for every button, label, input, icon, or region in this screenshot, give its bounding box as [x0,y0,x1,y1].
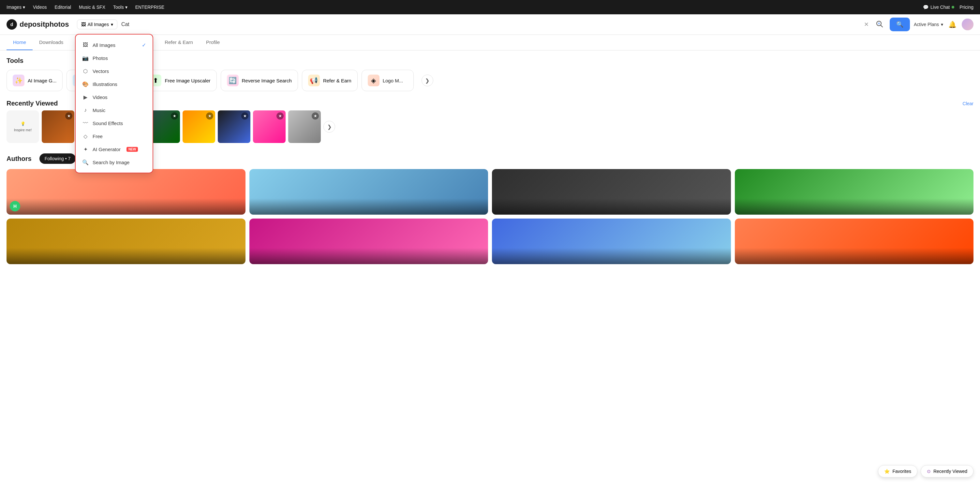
dropdown-label: Vectors [92,68,109,74]
dropdown-item-all-images[interactable]: 🖼 All Images ✓ [76,38,153,51]
card-gradient [250,198,488,215]
image-thumb[interactable]: ★ [183,110,215,143]
ai-generator-icon: ✦ [82,146,89,152]
dropdown-label: Free [92,133,103,139]
search-bar-right: Active Plans ▾ 🔔 [914,19,974,30]
tool-reverse-search[interactable]: 🔄 Reverse Image Search [221,70,298,91]
tool-label: Logo M... [383,78,403,83]
author-card[interactable] [735,169,974,215]
recently-viewed-title: Recently Viewed [6,100,58,107]
authors-title: Authors [6,155,32,162]
search-button[interactable]: 🔍 [890,17,910,31]
nav-images[interactable]: Images ▾ [6,5,25,10]
search-input[interactable] [121,22,860,27]
card-gradient [250,248,488,264]
notifications-bell[interactable]: 🔔 [948,21,956,29]
tool-upscaler[interactable]: ⬆ Free Image Upscaler [143,70,216,91]
author-card[interactable] [735,219,974,264]
tool-label: Reverse Image Search [242,78,292,83]
live-chat-button[interactable]: 💬 Live Chat [923,5,954,10]
chat-icon: 💬 [923,5,929,10]
new-badge: NEW [126,147,138,152]
author-card[interactable] [6,219,245,264]
image-thumb[interactable]: ★ [218,110,250,143]
videos-icon: ▶ [82,94,89,100]
vectors-icon: ⬡ [82,68,89,74]
top-nav-right: 💬 Live Chat Pricing [923,5,974,10]
ai-image-icon: ✨ [13,75,24,86]
free-icon: ◇ [82,133,89,140]
star-button[interactable]: ★ [171,113,178,119]
search-by-image-icon: 🔍 [82,159,89,165]
chevron-down-icon: ▾ [941,22,943,27]
check-icon: ✓ [142,42,146,48]
active-plans-button[interactable]: Active Plans ▾ [914,22,943,27]
tool-label: Free Image Upscaler [165,78,210,83]
tool-ai-image[interactable]: ✨ AI Image G... [6,70,63,91]
star-button[interactable]: ★ [206,113,213,119]
star-icon: ⭐ [884,469,890,474]
star-button[interactable]: ★ [65,113,72,119]
dropdown-item-sound-effects[interactable]: 〰 Sound Effects [76,117,153,130]
nav-tools[interactable]: Tools ▾ [113,5,127,10]
ai-search-icon[interactable] [875,20,883,29]
images-row-next[interactable]: ❯ [323,121,335,133]
star-button[interactable]: ★ [277,113,284,119]
image-thumb[interactable]: ★ [253,110,286,143]
dropdown-item-photos[interactable]: 📷 Photos [76,51,153,65]
tool-refer-earn[interactable]: 📢 Refer & Earn [302,70,358,91]
author-card[interactable] [250,219,488,264]
tab-downloads[interactable]: Downloads [33,35,70,50]
inspire-label: Inspire me! [14,128,32,132]
chevron-down-icon: ▾ [111,22,113,27]
recently-viewed-overlay-button[interactable]: ⊙ Recently Viewed [921,465,974,478]
tab-home[interactable]: Home [6,35,33,50]
music-icon: ♪ [82,107,89,113]
dropdown-item-illustrations[interactable]: 🎨 Illustrations [76,78,153,90]
logo[interactable]: d depositphotos [6,19,69,30]
image-thumb[interactable]: ★ [288,110,321,143]
top-nav: Images ▾ Videos Editorial Music & SFX To… [0,0,980,14]
image-thumb[interactable]: ★ [42,110,74,143]
user-avatar[interactable] [962,19,974,30]
tool-logo[interactable]: ◈ Logo M... [361,70,414,91]
nav-music-sfx[interactable]: Music & SFX [79,5,105,10]
search-bar: d depositphotos 🖼 All Images ▾ ✕ 🔍 Activ… [0,14,980,35]
search-type-dropdown: 🖼 All Images ✓ 📷 Photos ⬡ Vectors 🎨 Illu… [75,34,153,173]
tab-profile[interactable]: Profile [199,35,227,50]
tab-refer-earn[interactable]: Refer & Earn [158,35,199,50]
star-button[interactable]: ★ [241,113,248,119]
authors-grid: H [6,169,974,264]
live-indicator [951,6,954,8]
inspire-card[interactable]: 💡 Inspire me! [6,110,39,143]
favorites-overlay-button[interactable]: ⭐ Favorites [878,465,917,478]
history-icon: ⊙ [927,469,931,474]
tools-next-button[interactable]: ❯ [422,75,433,86]
author-card[interactable]: H [6,169,245,215]
dropdown-item-videos[interactable]: ▶ Videos [76,90,153,103]
clear-icon[interactable]: ✕ [864,21,869,28]
dropdown-item-search-by-image[interactable]: 🔍 Search by Image [76,156,153,169]
following-button[interactable]: Following • 7 [40,153,76,164]
nav-editorial[interactable]: Editorial [54,5,71,10]
dropdown-item-ai-generator[interactable]: ✦ AI Generator NEW [76,143,153,156]
sound-effects-icon: 〰 [82,120,89,126]
nav-enterprise[interactable]: ENTERPRISE [135,5,164,10]
author-card[interactable] [250,169,488,215]
nav-videos[interactable]: Videos [33,5,47,10]
author-card[interactable] [492,219,731,264]
star-button[interactable]: ★ [312,113,319,119]
search-type-selector[interactable]: 🖼 All Images ▾ [77,19,118,29]
search-type-label: All Images [88,22,109,27]
card-gradient [492,248,731,264]
pricing-button[interactable]: Pricing [959,5,974,10]
card-gradient [735,248,974,264]
inspire-icon: 💡 [21,122,25,126]
dropdown-item-free[interactable]: ◇ Free [76,130,153,143]
dropdown-item-vectors[interactable]: ⬡ Vectors [76,65,153,78]
clear-recently-viewed[interactable]: Clear [963,101,974,106]
dropdown-item-music[interactable]: ♪ Music [76,103,153,117]
card-gradient [492,198,731,215]
svg-line-1 [881,25,883,27]
author-card[interactable] [492,169,731,215]
